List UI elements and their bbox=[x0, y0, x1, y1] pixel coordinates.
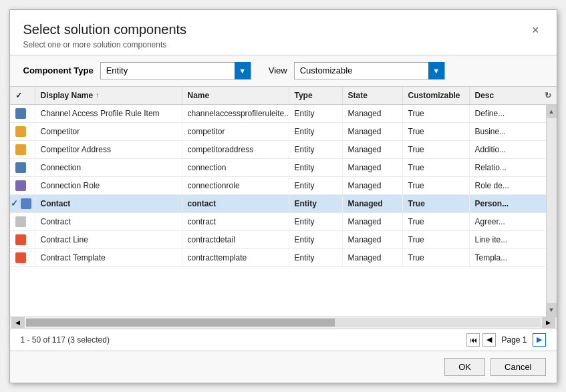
view-dropdown-arrow[interactable]: ▼ bbox=[428, 62, 444, 79]
row-check[interactable] bbox=[10, 249, 35, 266]
row-check[interactable] bbox=[10, 177, 35, 194]
row-type: Entity bbox=[289, 123, 343, 140]
row-display-name: Contact bbox=[35, 195, 182, 212]
row-name: competitor bbox=[182, 123, 289, 140]
col-desc: Desc ↻ bbox=[470, 87, 557, 104]
table-row[interactable]: Contract Template contracttemplate Entit… bbox=[10, 249, 546, 267]
row-customizable: True bbox=[403, 213, 470, 230]
ok-button[interactable]: OK bbox=[444, 358, 485, 376]
row-type: Entity bbox=[289, 195, 343, 212]
row-icon bbox=[15, 162, 26, 173]
row-customizable: True bbox=[403, 123, 470, 140]
scroll-up-button[interactable]: ▲ bbox=[547, 105, 557, 118]
row-desc: Busine... bbox=[470, 123, 546, 140]
dialog-title: Select solution components bbox=[23, 22, 187, 37]
next-page-button[interactable]: ▶ bbox=[533, 333, 546, 347]
first-page-button[interactable]: ⏮ bbox=[466, 333, 480, 347]
row-customizable: True bbox=[403, 177, 470, 194]
row-name: contracttemplate bbox=[182, 249, 289, 266]
row-icon bbox=[15, 126, 26, 137]
component-type-dropdown-arrow[interactable]: ▼ bbox=[235, 62, 251, 79]
page-label: Page 1 bbox=[501, 335, 527, 345]
row-desc: Person... bbox=[470, 195, 546, 212]
h-scroll-track[interactable] bbox=[26, 318, 541, 327]
component-type-select[interactable]: Entity ▼ bbox=[100, 62, 251, 79]
row-name: channelaccessprofileruleite... bbox=[182, 105, 289, 122]
refresh-icon[interactable]: ↻ bbox=[545, 91, 551, 100]
row-type: Entity bbox=[289, 105, 343, 122]
row-display-name: Competitor bbox=[35, 123, 182, 140]
row-check[interactable] bbox=[10, 213, 35, 230]
row-type: Entity bbox=[289, 231, 343, 248]
row-name: contact bbox=[182, 195, 289, 212]
scroll-right-button[interactable]: ▶ bbox=[542, 317, 555, 328]
col-name: Name bbox=[182, 87, 289, 104]
row-check[interactable] bbox=[10, 123, 35, 140]
row-desc: Define... bbox=[470, 105, 546, 122]
row-display-name: Channel Access Profile Rule Item bbox=[35, 105, 182, 122]
header-text: Select solution components Select one or… bbox=[23, 22, 187, 49]
row-display-name: Connection bbox=[35, 159, 182, 176]
row-icon bbox=[15, 216, 26, 227]
row-state: Managed bbox=[343, 249, 403, 266]
row-desc: Line ite... bbox=[470, 231, 546, 248]
prev-page-button[interactable]: ◀ bbox=[482, 333, 496, 347]
status-bar: 1 - 50 of 117 (3 selected) ⏮ ◀ Page 1 ▶ bbox=[10, 329, 557, 351]
view-label: View bbox=[269, 65, 287, 75]
row-customizable: True bbox=[403, 159, 470, 176]
scroll-down-button[interactable]: ▼ bbox=[547, 303, 557, 317]
table-row[interactable]: Competitor competitor Entity Managed Tru… bbox=[10, 123, 546, 141]
scroll-track[interactable] bbox=[547, 118, 557, 303]
row-icon bbox=[21, 198, 31, 209]
table-row[interactable]: Contract contract Entity Managed True Ag… bbox=[10, 213, 546, 231]
dialog-footer: OK Cancel bbox=[10, 351, 557, 383]
row-state: Managed bbox=[343, 231, 403, 248]
cancel-button[interactable]: Cancel bbox=[490, 358, 545, 376]
scroll-left-button[interactable]: ◀ bbox=[11, 317, 25, 328]
select-solution-components-dialog: Select solution components Select one or… bbox=[9, 9, 557, 383]
row-check[interactable] bbox=[10, 159, 35, 176]
row-name: connection bbox=[182, 159, 289, 176]
row-display-name: Contract bbox=[35, 213, 182, 230]
row-desc: Agreer... bbox=[470, 213, 546, 230]
table-row[interactable]: Connection connection Entity Managed Tru… bbox=[10, 159, 546, 177]
col-state: State bbox=[343, 87, 403, 104]
table-container: ✓ Display Name ↑ Name Type State Customi… bbox=[10, 87, 557, 317]
row-desc: Relatio... bbox=[470, 159, 546, 176]
col-type: Type bbox=[289, 87, 343, 104]
toolbar: Component Type Entity ▼ View Customizabl… bbox=[10, 55, 557, 87]
row-check[interactable] bbox=[10, 141, 35, 158]
row-display-name: Contract Template bbox=[35, 249, 182, 266]
dialog-header: Select solution components Select one or… bbox=[10, 10, 557, 55]
row-icon bbox=[15, 234, 26, 245]
row-state: Managed bbox=[343, 141, 403, 158]
row-display-name: Contract Line bbox=[35, 231, 182, 248]
component-type-value: Entity bbox=[101, 65, 235, 75]
table-row[interactable]: Competitor Address competitoraddress Ent… bbox=[10, 141, 546, 159]
vertical-scrollbar[interactable]: ▲ ▼ bbox=[546, 105, 557, 317]
row-name: competitoraddress bbox=[182, 141, 289, 158]
row-type: Entity bbox=[289, 213, 343, 230]
row-state: Managed bbox=[343, 159, 403, 176]
component-type-label: Component Type bbox=[23, 65, 94, 75]
view-select[interactable]: Customizable ▼ bbox=[294, 62, 445, 79]
row-name: contractdetail bbox=[182, 231, 289, 248]
row-type: Entity bbox=[289, 177, 343, 194]
row-display-name: Connection Role bbox=[35, 177, 182, 194]
row-check[interactable] bbox=[10, 105, 35, 122]
horizontal-scrollbar[interactable]: ◀ ▶ bbox=[10, 317, 557, 329]
table-row[interactable]: ✓ Contact contact Entity Managed True Pe… bbox=[10, 195, 546, 213]
close-button[interactable]: × bbox=[528, 22, 543, 39]
table-row[interactable]: Contract Line contractdetail Entity Mana… bbox=[10, 231, 546, 249]
row-check[interactable] bbox=[10, 231, 35, 248]
row-customizable: True bbox=[403, 105, 470, 122]
table-row[interactable]: Connection Role connectionrole Entity Ma… bbox=[10, 177, 546, 195]
row-icon bbox=[15, 144, 26, 155]
row-state: Managed bbox=[343, 213, 403, 230]
sort-icon: ↑ bbox=[96, 91, 99, 99]
table-row[interactable]: Channel Access Profile Rule Item channel… bbox=[10, 105, 546, 123]
row-check[interactable]: ✓ bbox=[10, 195, 35, 212]
col-customizable: Customizable bbox=[403, 87, 470, 104]
row-state: Managed bbox=[343, 177, 403, 194]
row-state: Managed bbox=[343, 123, 403, 140]
